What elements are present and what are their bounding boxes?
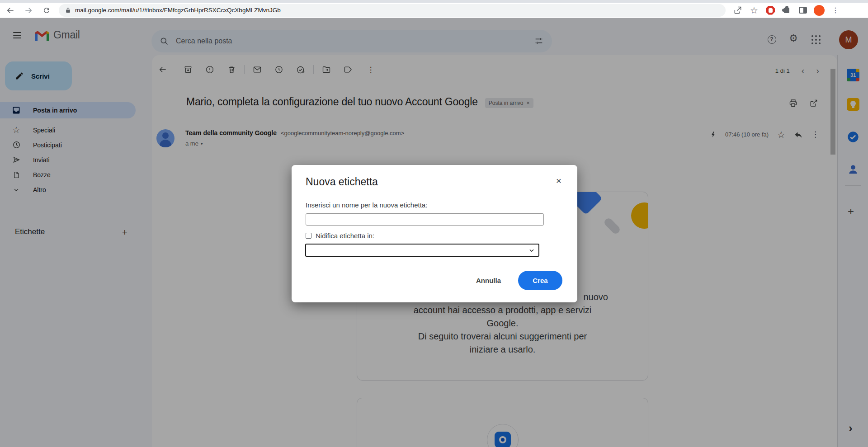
create-button[interactable]: Crea [518, 271, 562, 290]
parent-label-select[interactable] [305, 244, 539, 257]
account-avatar[interactable]: M [839, 30, 858, 49]
sidebar-item-snoozed[interactable]: Posticipati [0, 137, 136, 152]
address-bar[interactable]: mail.google.com/mail/u/1/#inbox/FMfcgzGr… [59, 4, 726, 17]
sidebar-item-label: Posticipati [33, 141, 62, 149]
sidebar-item-label: Speciali [33, 127, 55, 134]
delete-icon[interactable] [223, 61, 240, 78]
browser-actions: ☆ ⋮ [732, 5, 841, 16]
details-caret-icon[interactable]: ▾ [201, 141, 203, 146]
pencil-icon [15, 71, 24, 80]
bookmark-star-icon[interactable]: ☆ [748, 5, 760, 16]
adblock-extension-icon[interactable] [764, 5, 776, 16]
print-icon[interactable] [788, 99, 798, 108]
get-addons-plus-icon[interactable]: + [848, 205, 854, 218]
search-icon[interactable] [160, 37, 169, 46]
browser-menu-icon[interactable]: ⋮ [830, 5, 841, 16]
hide-panel-chevron-icon[interactable]: › [849, 421, 853, 435]
browser-reload-icon[interactable] [39, 4, 54, 17]
browser-chrome: mail.google.com/mail/u/1/#inbox/FMfcgzGr… [0, 0, 868, 18]
browser-profile-avatar[interactable] [813, 5, 825, 16]
sidebar-item-label: Inviati [33, 156, 50, 164]
nest-label-checkbox[interactable] [306, 233, 311, 239]
clock-icon [12, 141, 21, 150]
label-name-caption: Inserisci un nome per la nuova etichetta… [306, 201, 427, 209]
sidebar-item-inbox[interactable]: Posta in arrivo [0, 102, 136, 118]
toolbar-divider [244, 65, 245, 74]
mark-unread-icon[interactable] [249, 61, 265, 78]
side-panel-icon[interactable] [797, 5, 809, 16]
sidebar-item-label: Posta in arrivo [33, 107, 77, 114]
google-apps-grid-icon[interactable] [809, 33, 823, 47]
inbox-icon [12, 106, 21, 115]
dialog-actions: Annulla Crea [476, 271, 562, 290]
keep-icon[interactable] [847, 98, 859, 111]
help-icon[interactable]: ? [765, 33, 778, 46]
browser-back-icon[interactable] [3, 4, 18, 17]
report-spam-icon[interactable] [202, 61, 218, 78]
nest-label-row: Nidifica etichetta in: [306, 232, 374, 240]
older-chevron-icon[interactable]: › [816, 66, 819, 75]
message-more-icon[interactable]: ⋮ [811, 130, 819, 139]
snooze-icon[interactable] [271, 61, 287, 78]
sender-address: <googlecommunityteam-noreply@google.com> [281, 130, 404, 136]
sidebar-item-sent[interactable]: Inviati [0, 152, 136, 167]
recipient-row[interactable]: a me ▾ [185, 140, 203, 147]
hand-icon [769, 8, 773, 13]
more-options-icon[interactable]: ⋮ [363, 61, 379, 78]
label-name-input[interactable] [306, 213, 544, 226]
sidebar-item-label: Altro [33, 186, 46, 193]
open-in-new-icon[interactable] [809, 99, 819, 108]
url-text: mail.google.com/mail/u/1/#inbox/FMfcgzGr… [75, 7, 281, 14]
sidebar-item-label: Bozze [33, 171, 51, 179]
move-to-folder-icon[interactable] [318, 61, 335, 78]
archive-icon[interactable] [180, 61, 196, 78]
send-icon [12, 155, 21, 165]
star-message-icon[interactable]: ☆ [777, 130, 785, 139]
dialog-title: Nuova etichetta [306, 176, 378, 188]
sidebar-item-more[interactable]: Altro [0, 182, 136, 197]
labels-tag-icon[interactable] [340, 61, 356, 78]
add-to-tasks-icon[interactable] [292, 61, 309, 78]
compose-label: Scrivi [31, 72, 50, 80]
remove-label-icon[interactable]: × [527, 100, 530, 106]
create-label-plus-icon[interactable]: + [118, 226, 131, 239]
labels-header: Etichette [15, 227, 45, 236]
tasks-icon[interactable] [847, 131, 859, 143]
camera-ring [487, 424, 519, 447]
search-options-icon[interactable] [534, 36, 544, 46]
reply-icon[interactable] [794, 130, 803, 139]
contacts-icon[interactable] [847, 163, 859, 176]
recipient-label: a me [185, 140, 198, 147]
close-dialog-icon[interactable]: × [553, 175, 565, 187]
share-icon[interactable] [732, 5, 744, 16]
calendar-icon[interactable]: 31 [847, 69, 859, 81]
sidebar-item-starred[interactable]: ☆ Speciali [0, 122, 136, 137]
mail-toolbar: ⋮ [155, 61, 379, 79]
label-chip[interactable]: Posta in arrivo × [485, 98, 533, 108]
scrollbar-thumb[interactable] [830, 69, 835, 155]
gmail-header: Gmail Cerca nella posta ? ⚙ M [0, 18, 868, 52]
newer-chevron-icon[interactable]: ‹ [802, 66, 805, 75]
chevron-down-icon [12, 185, 21, 194]
sidebar-item-drafts[interactable]: Bozze [0, 167, 136, 182]
settings-gear-icon[interactable]: ⚙ [787, 32, 800, 45]
back-icon[interactable] [155, 61, 171, 78]
new-label-dialog: Nuova etichetta × Inserisci un nome per … [292, 165, 577, 302]
decor-gray-pill [603, 216, 621, 235]
main-menu-icon[interactable] [11, 30, 24, 41]
timestamp: 07:46 (10 ore fa) [725, 131, 769, 138]
email-content-card-2 [357, 398, 648, 447]
padlock-icon [65, 7, 71, 13]
browser-forward-icon[interactable] [21, 4, 36, 17]
email-meta: 07:46 (10 ore fa) ☆ ⋮ [710, 130, 819, 139]
pagination: 1 di 1 ‹ › [775, 66, 819, 75]
search-bar[interactable]: Cerca nella posta [151, 30, 552, 52]
gmail-logo[interactable]: Gmail [34, 29, 80, 41]
camera-icon [495, 432, 511, 447]
decor-yellow-circle [631, 202, 648, 229]
extensions-puzzle-icon[interactable] [781, 5, 793, 16]
app-name: Gmail [53, 29, 80, 41]
cancel-button[interactable]: Annulla [476, 277, 501, 284]
compose-button[interactable]: Scrivi [5, 61, 72, 90]
sender-avatar[interactable] [156, 129, 175, 147]
